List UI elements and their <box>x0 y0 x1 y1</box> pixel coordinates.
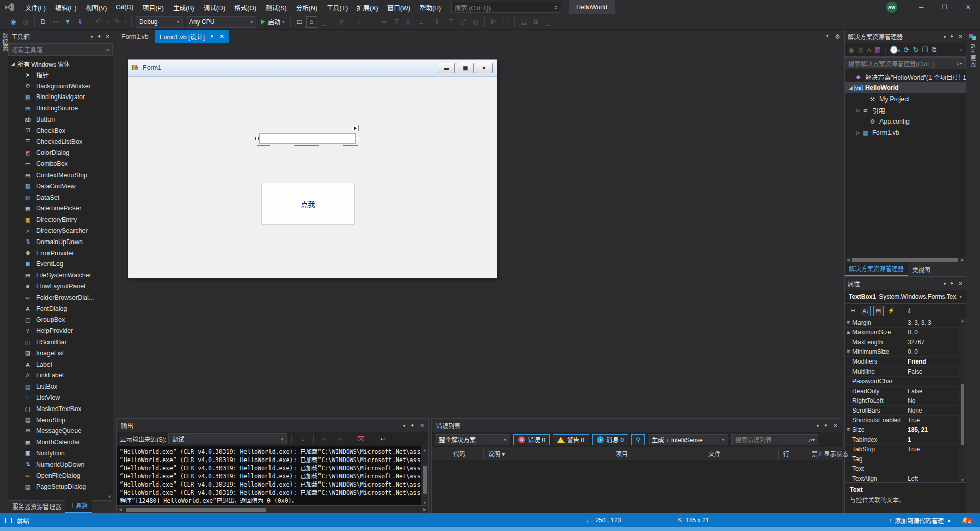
warnings-filter-button[interactable]: 警告 0 <box>553 434 589 445</box>
properties-pin-icon[interactable]: 🖈 <box>950 281 955 286</box>
redo-dropdown-icon[interactable]: ▾ <box>123 16 128 28</box>
property-row[interactable]: ReadOnlyFalse <box>845 387 966 396</box>
toolbox-bottom-tab[interactable]: 服务器资源管理器 <box>8 500 65 513</box>
word-wrap-icon[interactable]: ↩ <box>377 433 388 445</box>
toolbox-item[interactable]: ◩ColorDialog <box>8 148 113 159</box>
pending-changes-icon[interactable]: 🕐▾ <box>890 46 900 54</box>
property-row[interactable]: ModifiersFriend <box>845 357 966 367</box>
output-pin-icon[interactable]: 🖈 <box>410 423 415 428</box>
toolbox-item[interactable]: ⌕DirectorySearcher <box>8 225 113 236</box>
property-value[interactable]: False <box>904 388 966 395</box>
save-all-icon[interactable]: ⇓ <box>75 16 86 28</box>
sync-icon[interactable]: ↻ <box>913 46 918 54</box>
maximize-button[interactable]: ❐ <box>933 0 957 14</box>
property-row[interactable]: RightToLeftNo <box>845 396 966 406</box>
property-value[interactable]: No <box>904 397 966 404</box>
platform-dropdown[interactable]: Any CPU▾ <box>186 16 256 28</box>
toolbox-item[interactable]: abButton <box>8 114 113 125</box>
document-tab[interactable]: Form1.vb [设计]🖈✕ <box>155 30 229 43</box>
property-expander-icon[interactable]: ⊞ <box>845 349 852 354</box>
toolbox-item[interactable]: ⊗ErrorProvider <box>8 248 113 259</box>
menu-item[interactable]: 项目(P) <box>138 0 168 14</box>
tree-item[interactable]: ⚒My Project <box>845 93 966 105</box>
toolbox-item[interactable]: ◫HScrollBar <box>8 336 113 348</box>
menu-item[interactable]: Git(G) <box>111 0 138 14</box>
solution-bottom-tab[interactable]: 解决方案资源管理器 <box>845 262 908 276</box>
document-tab[interactable]: Form1.vb <box>116 30 154 43</box>
property-row[interactable]: PasswordChar <box>845 377 966 387</box>
smart-tag-button[interactable] <box>352 125 359 131</box>
toolbox-item[interactable]: ALabel <box>8 359 113 370</box>
clear-all-icon[interactable]: ⌧ <box>355 433 366 445</box>
errors-filter-button[interactable]: ✕ 错误 0 <box>513 434 550 445</box>
toolbox-scroll-down-icon[interactable]: ▼ <box>107 494 112 499</box>
property-value[interactable]: 3, 3, 3, 3 <box>904 319 966 326</box>
error-column-header[interactable]: 代码 <box>449 447 484 460</box>
toolbox-item[interactable]: ▣NotifyIcon <box>8 448 113 459</box>
menu-item[interactable]: 生成(B) <box>168 0 199 14</box>
property-value[interactable]: False <box>904 368 966 375</box>
property-row[interactable]: Tag <box>845 454 966 464</box>
properties-menu-icon[interactable]: ▾ <box>944 281 946 286</box>
designed-form[interactable]: Form1 ▬ ▣ ✕ <box>128 59 497 278</box>
properties-scrollbar[interactable]: ▲ ▼ <box>959 318 966 482</box>
toolbox-close-icon[interactable]: ✕ <box>106 34 110 39</box>
redo-icon[interactable]: ↷ <box>111 16 122 28</box>
output-menu-icon[interactable]: ▾ <box>403 423 406 428</box>
property-value[interactable]: None <box>904 407 966 414</box>
toolbar-overflow-icon[interactable]: _ <box>543 16 554 28</box>
toolbox-item[interactable]: ▦BindingNavigator <box>8 92 113 103</box>
designed-form-client[interactable]: 点我 <box>128 77 497 278</box>
tab-close-icon[interactable]: ✕ <box>219 33 224 40</box>
output-horizontal-scrollbar[interactable]: ◀▶ <box>117 505 428 513</box>
property-expander-icon[interactable]: ⊞ <box>845 330 852 335</box>
toolbox-item[interactable]: ▢GroupBox <box>8 315 113 326</box>
designed-button[interactable]: 点我 <box>261 183 355 225</box>
property-value[interactable]: Friend <box>904 358 966 365</box>
tree-expander-icon[interactable]: ◢ <box>848 85 854 90</box>
refresh-icon[interactable]: ⟳ <box>903 46 909 54</box>
toolbox-bottom-tab[interactable]: 工具箱 <box>65 499 92 513</box>
new-project-icon[interactable]: 🗋 <box>38 16 49 28</box>
output-close-icon[interactable]: ✕ <box>420 423 424 428</box>
property-expander-icon[interactable]: ⊞ <box>845 320 852 325</box>
switch-views-icon[interactable]: ▦ <box>875 46 881 54</box>
toolbox-item[interactable]: AFontDialog <box>8 303 113 315</box>
account-avatar[interactable]: AW <box>886 2 897 13</box>
goto-next-message-icon[interactable]: ⇥ <box>333 433 345 445</box>
solution-pin-icon[interactable]: 🖈 <box>950 34 955 39</box>
sol-back-icon[interactable]: ◉ <box>848 46 854 54</box>
toolbox-item[interactable]: ALinkLabel <box>8 370 113 381</box>
tab-list-dropdown-icon[interactable]: ▾ <box>826 33 829 40</box>
tree-item[interactable]: ◆解决方案"HelloWorld"(1 个项目/共 1 个) <box>845 71 966 82</box>
toolbox-item[interactable]: ▭ComboBox <box>8 158 113 170</box>
toolbox-item[interactable]: ▱OpenFileDialog <box>8 470 113 481</box>
properties-view-icon[interactable]: ▤ <box>873 306 884 316</box>
error-column-header[interactable]: 行 <box>779 447 807 460</box>
property-row[interactable]: TabStopTrue <box>845 445 966 454</box>
menu-item[interactable]: 视图(V) <box>81 0 112 14</box>
property-value[interactable]: True <box>904 417 966 424</box>
tree-item[interactable]: ▷▦Form1.vb <box>845 127 966 138</box>
property-row[interactable]: MaxLength32767 <box>845 337 966 347</box>
error-list-pin-icon[interactable]: 🖈 <box>824 423 829 428</box>
property-row[interactable]: ShortcutsEnabledTrue <box>845 416 966 425</box>
property-value[interactable]: 0, 0 <box>904 348 966 355</box>
tree-expander-icon[interactable]: ▷ <box>855 130 861 135</box>
tree-expander-icon[interactable]: ▷ <box>855 108 861 113</box>
toolbox-item[interactable]: ▤ListBox <box>8 381 113 392</box>
property-row[interactable]: TabIndex1 <box>845 435 966 445</box>
tree-item[interactable]: ▷⧉引用 <box>845 105 966 116</box>
navigate-forward-icon[interactable]: ◎ <box>20 16 31 28</box>
menu-item[interactable]: 编辑(E) <box>51 0 81 14</box>
open-file-icon[interactable]: ▱ <box>50 16 61 28</box>
property-row[interactable]: ScrollBarsNone <box>845 406 966 416</box>
output-console[interactable]: “HelloWorld.exe” (CLR v4.0.30319: HelloW… <box>117 446 428 505</box>
navigate-back-icon[interactable]: ◉ <box>8 16 19 28</box>
menu-item[interactable]: 文件(F) <box>20 0 51 14</box>
ide-navigator-icon[interactable]: ⌂ <box>306 16 317 28</box>
property-value[interactable]: 32767 <box>904 339 966 346</box>
configuration-dropdown[interactable]: Debug▾ <box>136 16 183 28</box>
toolbox-item[interactable]: ▱FolderBrowserDial... <box>8 292 113 303</box>
categorized-icon[interactable]: ⊟ <box>848 306 858 316</box>
